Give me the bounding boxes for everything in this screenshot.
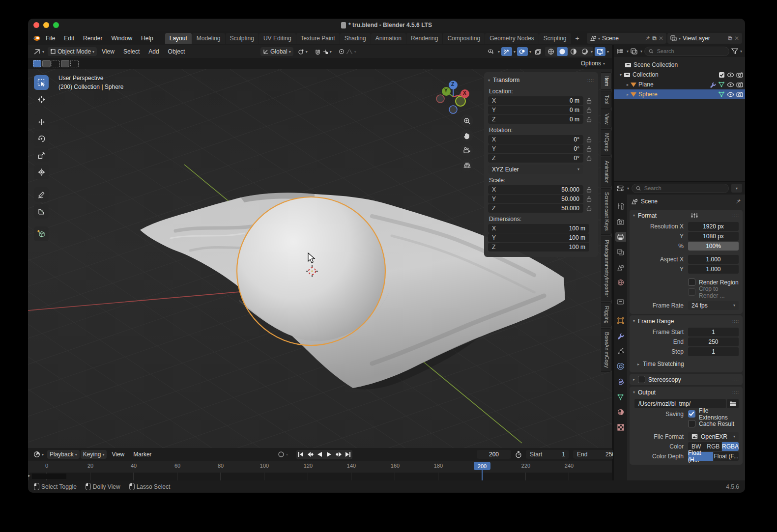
ortho-perspective-button[interactable]	[460, 159, 473, 171]
tab-scene-properties[interactable]	[615, 262, 626, 272]
timeline-view-menu[interactable]: View	[108, 449, 128, 459]
menu-help[interactable]: Help	[137, 33, 157, 43]
tab-photogrammetry-importer[interactable]: PhotogrammetryImporter	[601, 236, 612, 301]
shading-dropdown[interactable]: ▾	[591, 50, 593, 54]
outliner-search[interactable]	[644, 47, 729, 56]
filter-icon[interactable]	[731, 48, 738, 54]
viewlayer-selector[interactable]: ▾ ViewLayer ⧉ ✕	[667, 33, 742, 44]
pin-icon[interactable]: 📌︎	[644, 35, 650, 42]
file-extensions-checkbox[interactable]	[688, 410, 695, 418]
frame-range-panel-header[interactable]: ▾Frame Range ::::	[630, 315, 743, 327]
tab-view-layer-properties[interactable]	[615, 247, 626, 257]
checkbox-icon[interactable]	[719, 72, 725, 78]
rotate-tool[interactable]	[34, 131, 49, 146]
tab-material-properties[interactable]	[615, 407, 626, 417]
tab-modeling[interactable]: Modeling	[192, 33, 225, 44]
tab-object-properties[interactable]	[615, 316, 626, 326]
crop-to-render-checkbox[interactable]	[688, 288, 695, 296]
chevron-down-icon[interactable]: ▾	[627, 186, 629, 191]
lock-icon[interactable]	[583, 196, 594, 202]
tab-animation[interactable]: Animation	[371, 33, 406, 44]
timeline-marker-menu[interactable]: Marker	[129, 449, 155, 459]
lock-icon[interactable]	[583, 146, 594, 152]
tab-collection-properties[interactable]	[615, 297, 626, 307]
pivot-point-selector[interactable]: ▾	[295, 48, 310, 56]
playback-menu[interactable]: Playback▾	[47, 450, 80, 459]
lock-icon[interactable]	[583, 205, 594, 211]
time-stretching-expander[interactable]: ▸Time Stretching	[630, 359, 743, 369]
timeline-editor-type-button[interactable]: ▾	[31, 450, 46, 459]
viewport-3d[interactable]: User Perspective (200) Collection | Sphe…	[28, 69, 612, 448]
chevron-down-icon[interactable]: ▾	[640, 49, 642, 54]
camera-visibility-icon[interactable]	[736, 92, 743, 97]
add-workspace-button[interactable]: +	[572, 33, 583, 43]
shading-solid-button[interactable]	[557, 47, 568, 56]
lock-icon[interactable]	[583, 155, 594, 161]
tab-render-properties[interactable]	[615, 217, 626, 226]
outliner-search-input[interactable]	[656, 48, 725, 55]
next-keyframe-button[interactable]	[334, 450, 343, 459]
menu-window[interactable]: Window	[107, 33, 136, 43]
tab-sculpting[interactable]: Sculpting	[226, 33, 259, 44]
frame-end-field[interactable]: End250	[573, 450, 619, 459]
tab-geometry-nodes[interactable]: Geometry Nodes	[485, 33, 539, 44]
select-mode-extend-button[interactable]	[42, 60, 51, 67]
tab-tool[interactable]: Tool	[601, 91, 612, 108]
pan-view-button[interactable]	[460, 129, 473, 142]
tab-modifier-properties[interactable]	[615, 331, 626, 341]
annotate-tool[interactable]	[34, 187, 49, 202]
new-viewlayer-icon[interactable]: ⧉	[728, 35, 732, 42]
tab-layout[interactable]: Layout	[165, 33, 192, 44]
move-tool[interactable]	[34, 114, 49, 129]
resolution-x-field[interactable]: 1920 px	[688, 222, 739, 231]
hide-eye-icon[interactable]	[727, 82, 734, 87]
zoom-view-button[interactable]	[460, 114, 473, 127]
proportional-editing-toggle[interactable]: ▾	[336, 48, 359, 56]
tab-rigging[interactable]: Rigging	[601, 302, 612, 328]
depth-full-option[interactable]: Float (F...	[714, 452, 739, 461]
rotation-z-field[interactable]: Z0°	[488, 154, 583, 163]
tab-particle-properties[interactable]	[615, 346, 626, 356]
auto-key-toggle[interactable]: ▾	[275, 450, 290, 459]
transform-panel-header[interactable]: ▾ Transform ::::	[488, 75, 594, 85]
tab-bone-anim-copy[interactable]: BoneAnimCopy	[601, 328, 612, 372]
shading-wireframe-button[interactable]	[546, 47, 556, 56]
show-object-types-toggle[interactable]	[486, 47, 496, 56]
location-y-field[interactable]: Y0 m	[488, 106, 583, 114]
new-scene-icon[interactable]: ⧉	[652, 35, 657, 42]
outliner-row-plane[interactable]: ▸ Plane	[614, 80, 745, 89]
chevron-down-icon[interactable]: ▾	[620, 73, 622, 77]
properties-editor-icon[interactable]	[617, 185, 625, 192]
cursor-tool[interactable]	[34, 92, 49, 107]
tab-shading[interactable]: Shading	[340, 33, 371, 44]
timeline-ruler[interactable]: 0 20 40 60 80 100 120 140 160 180 220 24…	[28, 461, 612, 480]
output-panel-header[interactable]: ▾Output ::::	[630, 387, 743, 398]
file-format-dropdown[interactable]: OpenEXR▾	[688, 432, 739, 441]
play-reverse-button[interactable]	[315, 450, 324, 459]
rotation-y-field[interactable]: Y0°	[488, 144, 583, 153]
tab-mcprep[interactable]: MCprep	[601, 129, 612, 155]
lock-icon[interactable]	[583, 98, 594, 104]
tab-uv-editing[interactable]: UV Editing	[259, 33, 296, 44]
chevron-down-icon[interactable]: ▾	[627, 49, 629, 54]
frame-start-field[interactable]: 1	[688, 328, 739, 336]
rotation-x-field[interactable]: X0°	[488, 135, 583, 144]
tab-object-data-properties[interactable]	[615, 392, 626, 402]
tab-texture-paint[interactable]: Texture Paint	[296, 33, 340, 44]
tab-tool-properties[interactable]	[615, 201, 626, 211]
add-primitive-tool[interactable]	[34, 226, 49, 241]
camera-view-button[interactable]	[460, 144, 473, 157]
frame-end-field[interactable]: 250	[688, 337, 739, 346]
breadcrumb-scene[interactable]: Scene	[641, 198, 658, 205]
tab-animation[interactable]: Animation	[601, 157, 612, 188]
frame-start-field[interactable]: Start1	[526, 450, 569, 459]
select-mode-set-button[interactable]	[33, 60, 41, 67]
tab-rendering[interactable]: Rendering	[406, 33, 442, 44]
tab-physics-properties[interactable]	[615, 362, 626, 371]
aspect-x-field[interactable]: 1.000	[688, 255, 739, 264]
show-gizmo-toggle[interactable]	[501, 47, 512, 56]
menu-render[interactable]: Render	[79, 33, 106, 43]
navigation-gizmo[interactable]: Z Y X	[432, 76, 474, 117]
keying-menu[interactable]: Keying▾	[81, 450, 107, 459]
chevron-down-icon[interactable]: ▾	[740, 49, 742, 54]
